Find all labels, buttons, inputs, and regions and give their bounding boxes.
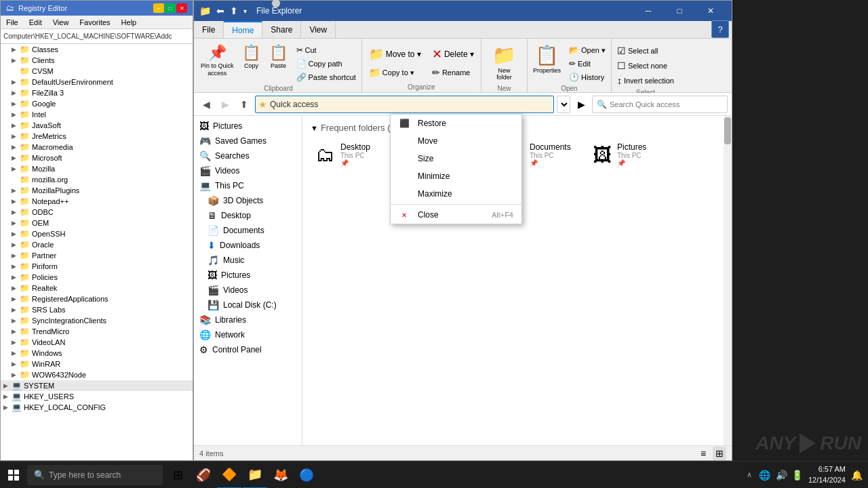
taskbar-browser-icon[interactable]: 🦊: [269, 462, 293, 489]
pin-to-quick-access-button[interactable]: 📌 Pin to Quickaccess: [198, 41, 237, 80]
reg-item[interactable]: 📁 mozilla.org: [1, 174, 193, 185]
help-button[interactable]: ?: [711, 20, 729, 38]
fe-qat-dropdown[interactable]: ▾: [243, 7, 247, 15]
copy-path-button[interactable]: 📄 Copy path: [294, 58, 359, 70]
nav-up-button[interactable]: ⬆: [236, 96, 252, 113]
panel-item-libraries[interactable]: 📚Libraries: [194, 312, 302, 327]
reg-maximize-btn[interactable]: □: [165, 3, 176, 13]
move-to-button[interactable]: 📁 Move to ▾: [365, 44, 425, 64]
select-all-button[interactable]: ☑ Select all: [614, 44, 677, 58]
paste-button[interactable]: 📋 Paste: [267, 41, 291, 72]
content-scrollbar[interactable]: [724, 116, 732, 445]
panel-item-pictures2[interactable]: 🖼Pictures: [194, 268, 302, 283]
search-box[interactable]: 🔍: [592, 96, 728, 113]
reg-hkey-local-config-root[interactable]: ▶ 💻 HKEY_LOCAL_CONFIG: [1, 402, 193, 413]
taskbar-file-explorer-icon[interactable]: 📁: [243, 462, 267, 489]
reg-item[interactable]: ▶ 📁 TrendMicro: [1, 326, 193, 337]
fe-qat-icon1[interactable]: 📁: [199, 5, 211, 16]
panel-item-documents[interactable]: 📄Documents: [194, 223, 302, 238]
reg-menu-view[interactable]: View: [50, 17, 72, 28]
reg-item[interactable]: ▶ 📁 VideoLAN: [1, 337, 193, 348]
reg-item[interactable]: ▶ 📁 MozillaPlugins: [1, 185, 193, 196]
folder-desktop[interactable]: 🗂 Desktop This PC 📌: [311, 138, 399, 171]
taskbar-app3-icon[interactable]: 🔵: [294, 462, 319, 489]
reg-item[interactable]: 📁 CVSM: [1, 66, 193, 77]
taskbar-sports-icon[interactable]: 🏈: [191, 462, 216, 489]
fe-maximize-btn[interactable]: □: [664, 1, 695, 21]
nav-refresh-button[interactable]: ▶: [573, 96, 589, 113]
tab-file[interactable]: File: [194, 21, 224, 38]
reg-item[interactable]: ▶ 📁 Microsoft: [1, 152, 193, 163]
recent-locations-dropdown[interactable]: [557, 96, 570, 113]
tray-clock[interactable]: 6:57 AM 12/14/2024: [806, 464, 848, 485]
panel-item-searches[interactable]: 🔍Searches: [194, 148, 302, 163]
reg-hkey-users-root[interactable]: ▶ 💻 HKEY_USERS: [1, 391, 193, 402]
edit-button[interactable]: ✏ Edit: [566, 58, 608, 70]
tray-notification-icon[interactable]: 🔔: [851, 470, 863, 481]
delete-button[interactable]: ✕ Delete ▾: [428, 44, 478, 64]
reg-item[interactable]: ▶ 📁 Windows: [1, 348, 193, 359]
reg-item[interactable]: ▶ 📁 Policies: [1, 272, 193, 283]
reg-menu-favorites[interactable]: Favorites: [77, 17, 113, 28]
reg-item[interactable]: ▶ 📁 Classes: [1, 44, 193, 55]
panel-item-control-panel[interactable]: ⚙Control Panel: [194, 342, 302, 357]
panel-item-network[interactable]: 🌐Network: [194, 327, 302, 342]
start-button[interactable]: [0, 462, 27, 489]
panel-item-desktop[interactable]: 🖥Desktop: [194, 208, 302, 223]
ctx-item-close[interactable]: ✕ Close Alt+F4: [391, 206, 521, 224]
panel-item-saved-games[interactable]: 🎮Saved Games: [194, 134, 302, 148]
reg-item[interactable]: ▶ 📁 OEM: [1, 218, 193, 228]
paste-shortcut-button[interactable]: 🔗 Paste shortcut: [294, 71, 359, 83]
fe-minimize-btn[interactable]: ─: [633, 1, 664, 21]
properties-button[interactable]: 📋 Properties: [530, 41, 564, 77]
panel-item-local-disk[interactable]: 💾Local Disk (C:): [194, 298, 302, 312]
reg-item[interactable]: ▶ 📁 OpenSSH: [1, 228, 193, 239]
tab-view[interactable]: View: [301, 21, 336, 38]
ctx-item-maximize[interactable]: Maximize: [391, 185, 521, 203]
reg-item[interactable]: ▶ 📁 WinRAR: [1, 359, 193, 369]
panel-item-videos2[interactable]: 🎬Videos: [194, 283, 302, 298]
panel-item-this-pc[interactable]: 💻This PC: [194, 178, 302, 193]
select-none-button[interactable]: ☐ Select none: [614, 59, 677, 73]
nav-forward-button[interactable]: ▶: [217, 96, 233, 113]
folder-pictures[interactable]: 🖼 Pictures This PC 📌: [587, 138, 675, 171]
invert-selection-button[interactable]: ↕ Invert selection: [614, 74, 677, 87]
fe-qat-icon2[interactable]: ⬅: [216, 5, 224, 16]
panel-item-3d-objects[interactable]: 📦3D Objects: [194, 193, 302, 208]
reg-item[interactable]: ▶ 📁 WOW6432Node: [1, 369, 193, 380]
history-button[interactable]: 🕐 History: [566, 71, 608, 83]
ctx-item-size[interactable]: Size: [391, 150, 521, 167]
fe-qat-icon3[interactable]: ⬆: [230, 5, 238, 16]
reg-item[interactable]: ▶ 📁 Clients: [1, 55, 193, 66]
reg-system-root[interactable]: ▶ 💻 SYSTEM: [1, 380, 193, 391]
reg-menu-edit[interactable]: Edit: [26, 17, 45, 28]
reg-item[interactable]: ▶ 📁 Oracle: [1, 239, 193, 250]
copy-button[interactable]: 📋 Copy: [239, 41, 264, 72]
taskbar-search-box[interactable]: 🔍 Type here to search: [27, 465, 163, 485]
ctx-item-minimize[interactable]: Minimize: [391, 167, 521, 185]
reg-item[interactable]: ▶ 📁 FileZilla 3: [1, 87, 193, 98]
reg-item[interactable]: ▶ 📁 DefaultUserEnvironment: [1, 77, 193, 87]
cut-button[interactable]: ✂ Cut: [294, 44, 359, 56]
panel-item-pictures[interactable]: 🖼Pictures: [194, 119, 302, 134]
reg-item[interactable]: ▶ 📁 SyncIntegrationClients: [1, 315, 193, 326]
nav-back-button[interactable]: ◀: [198, 96, 214, 113]
panel-item-downloads[interactable]: ⬇Downloads: [194, 238, 302, 253]
list-view-button[interactable]: ≡: [696, 447, 710, 460]
fe-close-btn[interactable]: ✕: [695, 1, 726, 21]
reg-item[interactable]: ▶ 📁 Intel: [1, 109, 193, 120]
tray-show-hidden-icons[interactable]: ∧: [744, 470, 755, 479]
tab-share[interactable]: Share: [262, 21, 301, 38]
panel-item-music[interactable]: 🎵Music: [194, 253, 302, 268]
reg-item[interactable]: ▶ 📁 JreMetrics: [1, 131, 193, 142]
reg-item[interactable]: ▶ 📁 SRS Labs: [1, 304, 193, 315]
reg-menu-help[interactable]: Help: [119, 17, 140, 28]
reg-menu-file[interactable]: File: [3, 17, 21, 28]
new-folder-button[interactable]: 📁 Newfolder: [487, 41, 521, 83]
scrollbar-thumb[interactable]: [724, 117, 731, 144]
reg-item[interactable]: ▶ 📁 ODBC: [1, 207, 193, 218]
tray-network-icon[interactable]: 🌐: [757, 470, 772, 481]
reg-item[interactable]: ▶ 📁 Mozilla: [1, 163, 193, 174]
ctx-item-move[interactable]: Move: [391, 132, 521, 150]
grid-view-button[interactable]: ⊞: [713, 447, 726, 460]
